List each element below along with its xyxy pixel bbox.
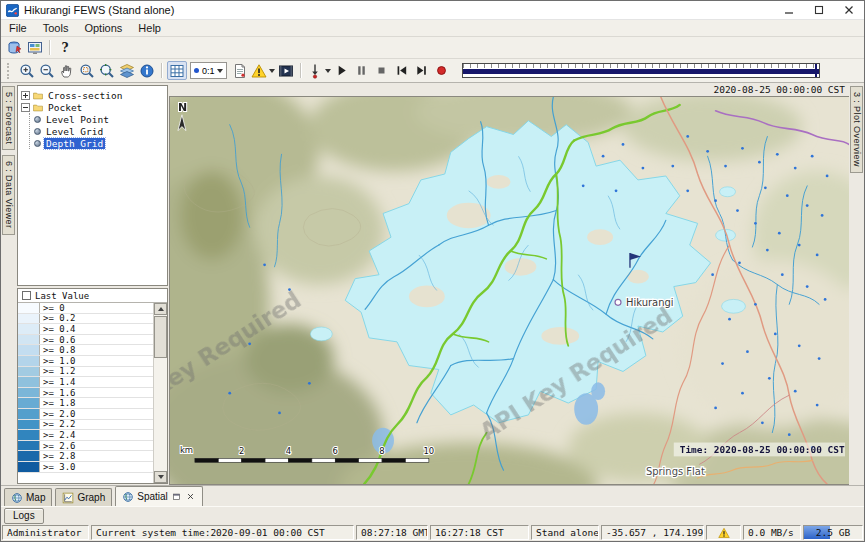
- tab-map-label: Map: [26, 492, 45, 503]
- help-button[interactable]: ?: [55, 38, 75, 57]
- window-title: Hikurangi FEWS (Stand alone): [24, 4, 174, 16]
- warning-dropdown-button[interactable]: [250, 61, 276, 80]
- toolbar-drag-handle[interactable]: [7, 63, 12, 79]
- expand-plus-icon[interactable]: [21, 91, 30, 100]
- stop-button[interactable]: [372, 61, 392, 80]
- legend-swatch: [18, 314, 40, 324]
- record-button[interactable]: [432, 61, 452, 80]
- map-canvas[interactable]: Hikurangi Springs Flat API Key Required …: [170, 97, 849, 484]
- tab-map[interactable]: Map: [4, 488, 52, 506]
- collapse-minus-icon[interactable]: [21, 103, 30, 112]
- zoom-out-button[interactable]: [37, 61, 57, 80]
- pan-hand-icon: [59, 63, 75, 79]
- menu-help[interactable]: Help: [130, 21, 169, 35]
- scroll-up-button[interactable]: [154, 303, 167, 315]
- scrollbar-track[interactable]: [154, 358, 167, 471]
- zoom-extent-button[interactable]: [97, 61, 117, 80]
- topology-tree[interactable]: Cross-section Pocket Level Point Level G…: [17, 85, 168, 286]
- chart-icon: [62, 492, 74, 504]
- minimize-button[interactable]: [774, 1, 804, 19]
- status-local-time: 16:27:18 CST: [430, 525, 529, 540]
- maximize-button[interactable]: [804, 1, 834, 19]
- tab-data-viewer[interactable]: 6 : Data Viewer: [2, 155, 15, 234]
- tab-graph[interactable]: Graph: [55, 488, 112, 506]
- database-icon: [7, 40, 23, 56]
- step-back-button[interactable]: [392, 61, 412, 80]
- map-toolbar: 0:1: [1, 59, 864, 83]
- last-value-label: Last Value: [35, 291, 89, 301]
- layer-ratio-dropdown[interactable]: 0:1: [190, 62, 227, 79]
- svg-text:6: 6: [333, 446, 338, 456]
- current-time-strip: 2020-08-25 00:00:00 CST: [169, 83, 849, 96]
- legend-row: >= 0.6: [18, 335, 153, 346]
- pause-icon: [354, 63, 369, 78]
- title-bar[interactable]: Hikurangi FEWS (Stand alone): [1, 1, 864, 20]
- legend-scrollbar[interactable]: [154, 303, 167, 483]
- info-button[interactable]: [137, 61, 157, 80]
- animation-export-button[interactable]: [276, 61, 296, 80]
- status-coordinates: -35.657 , 174.199: [601, 525, 704, 540]
- maximize-icon: [811, 2, 827, 18]
- close-icon: [185, 491, 196, 502]
- legend-row: >= 1.6: [18, 388, 153, 399]
- legend-row: >= 2.6: [18, 441, 153, 452]
- tab-spatial[interactable]: Spatial: [115, 486, 203, 506]
- pan-button[interactable]: [57, 61, 77, 80]
- legend-label: >= 2.0: [40, 409, 153, 419]
- tab-forecast[interactable]: 5 : Forecast: [2, 86, 15, 150]
- minimize-icon: [781, 2, 797, 18]
- grid-icon: [169, 63, 185, 79]
- window-controls: [774, 1, 864, 19]
- status-warning-cell[interactable]: [706, 525, 741, 540]
- close-panel-button[interactable]: [185, 491, 196, 502]
- app-window: Hikurangi FEWS (Stand alone) File Tools …: [0, 0, 865, 542]
- step-forward-button[interactable]: [412, 61, 432, 80]
- layers-icon: [119, 63, 135, 79]
- layers-button[interactable]: [117, 61, 137, 80]
- legend-label: >= 0.8: [40, 345, 153, 355]
- legend-swatch: [18, 430, 40, 440]
- time-slider[interactable]: [462, 63, 820, 78]
- legend-swatch: [18, 335, 40, 345]
- legend-label: >= 2.4: [40, 430, 153, 440]
- close-button[interactable]: [834, 1, 864, 19]
- legend-swatch: [18, 345, 40, 355]
- document-button[interactable]: [230, 61, 250, 80]
- warning-icon: [251, 63, 267, 79]
- scrollbar-thumb[interactable]: [154, 316, 167, 358]
- tree-item-pocket[interactable]: Pocket: [21, 101, 167, 113]
- logs-row: Logs: [1, 506, 864, 524]
- database-button[interactable]: [5, 38, 25, 57]
- grid-display-button[interactable]: [167, 61, 187, 80]
- legend-row: >= 0.8: [18, 345, 153, 356]
- menu-options[interactable]: Options: [76, 21, 130, 35]
- legend-row: >= 1.4: [18, 377, 153, 388]
- last-value-checkbox[interactable]: [22, 291, 31, 300]
- menu-file[interactable]: File: [1, 21, 35, 35]
- logs-button[interactable]: Logs: [4, 508, 44, 524]
- tree-item-level-point[interactable]: Level Point: [34, 113, 167, 125]
- zoom-box-button[interactable]: [77, 61, 97, 80]
- map-view[interactable]: Hikurangi Springs Flat API Key Required …: [169, 96, 849, 485]
- pause-button[interactable]: [352, 61, 372, 80]
- tree-item-cross-section[interactable]: Cross-section: [21, 89, 167, 101]
- legend-label: >= 1.4: [40, 377, 153, 387]
- scroll-down-button[interactable]: [154, 471, 167, 483]
- tab-plot-overview[interactable]: 3 : Plot Overview: [850, 86, 863, 173]
- menu-tools[interactable]: Tools: [35, 21, 77, 35]
- zoom-in-button[interactable]: [17, 61, 37, 80]
- legend-label: >= 0.6: [40, 335, 153, 345]
- time-slider-cursor[interactable]: [815, 64, 817, 77]
- profile-tool-button[interactable]: [306, 61, 332, 80]
- play-button[interactable]: [332, 61, 352, 80]
- toolbar-separator: [49, 40, 51, 55]
- folder-icon: [32, 90, 44, 101]
- float-panel-button[interactable]: [171, 491, 182, 502]
- display-button[interactable]: [25, 38, 45, 57]
- float-window-icon: [171, 491, 182, 502]
- globe-icon: [122, 491, 134, 503]
- tree-item-depth-grid[interactable]: Depth Grid: [34, 137, 167, 149]
- tree-item-level-grid[interactable]: Level Grid: [34, 125, 167, 137]
- legend-label: >= 0.2: [40, 314, 153, 324]
- chevron-down-icon: [325, 69, 331, 73]
